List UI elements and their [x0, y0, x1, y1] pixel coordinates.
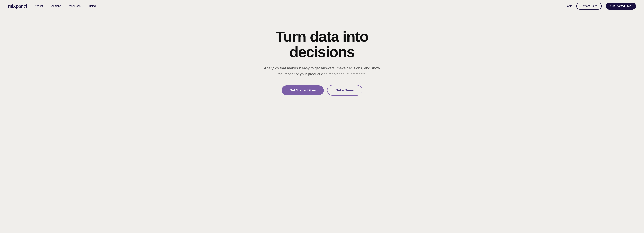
chevron-down-icon: ▾ [62, 5, 62, 7]
contact-sales-button[interactable]: Contact Sales [576, 2, 602, 10]
nav-link-product-label: Product [34, 4, 43, 8]
get-started-hero-button[interactable]: Get Started Free [282, 86, 324, 95]
hero-title: Turn data into decisions [253, 29, 391, 60]
nav-right: Login Contact Sales Get Started Free [566, 2, 636, 10]
hero-buttons: Get Started Free Get a Demo [282, 85, 362, 96]
chevron-down-icon: ▾ [44, 5, 44, 7]
hero-subtitle: Analytics that makes it easy to get answ… [263, 65, 381, 77]
nav-link-pricing[interactable]: Pricing [88, 4, 96, 8]
navbar: mixpanel Product ▾ Solutions ▾ Resources… [0, 0, 644, 12]
nav-left: mixpanel Product ▾ Solutions ▾ Resources… [8, 3, 96, 9]
get-started-nav-button[interactable]: Get Started Free [606, 2, 636, 10]
logo[interactable]: mixpanel [8, 3, 27, 9]
nav-links: Product ▾ Solutions ▾ Resources ▾ Pricin… [34, 4, 96, 8]
login-link[interactable]: Login [566, 4, 572, 8]
nav-item-solutions: Solutions ▾ [50, 4, 62, 8]
nav-item-product: Product ▾ [34, 4, 44, 8]
nav-link-resources-label: Resources [68, 4, 80, 8]
get-demo-button[interactable]: Get a Demo [327, 85, 362, 96]
nav-link-pricing-label: Pricing [88, 4, 96, 8]
chevron-down-icon: ▾ [81, 5, 82, 7]
nav-link-resources[interactable]: Resources ▾ [68, 4, 82, 8]
nav-link-solutions-label: Solutions [50, 4, 61, 8]
hero-section: Turn data into decisions Analytics that … [246, 12, 398, 109]
nav-item-resources: Resources ▾ [68, 4, 82, 8]
nav-link-solutions[interactable]: Solutions ▾ [50, 4, 62, 8]
nav-item-pricing: Pricing [88, 4, 96, 8]
nav-link-product[interactable]: Product ▾ [34, 4, 44, 8]
